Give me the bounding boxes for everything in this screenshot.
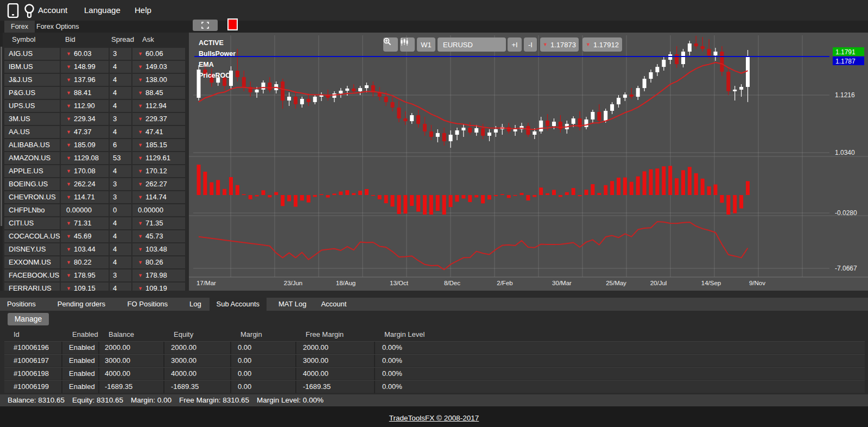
symbol-cell[interactable]: DISNEY.US	[4, 243, 60, 255]
phone-icon[interactable]	[7, 3, 20, 18]
bottom-tab-sub-accounts[interactable]: Sub Accounts	[210, 298, 267, 311]
symbol-cell[interactable]: APPLE.US	[4, 165, 60, 177]
bottom-tab-mat-log[interactable]: MAT Log	[271, 298, 314, 311]
symbol-cell[interactable]: 3M.US	[4, 113, 60, 125]
zoom-in-bars-button[interactable]: +I	[508, 37, 522, 52]
symbol-cell[interactable]: AA.US	[4, 126, 60, 138]
zoom-button[interactable]	[383, 37, 398, 52]
ask-cell[interactable]: ▼149.03	[132, 61, 185, 73]
watchlist-row[interactable]: EXXONM.US▼80.224▼80.26	[4, 256, 185, 268]
watchlist-row[interactable]: CITI.US▼71.314▼71.35	[4, 217, 185, 229]
bottom-tab-log[interactable]: Log	[182, 298, 208, 311]
watchlist-row[interactable]: CHEVRON.US▼114.713▼114.74	[4, 191, 185, 203]
menu-language[interactable]: Language	[84, 5, 121, 15]
ask-cell[interactable]: ▼170.12	[132, 165, 185, 177]
ask-cell[interactable]: ▼1129.61	[132, 152, 185, 164]
symbol-cell[interactable]: BOEING.US	[4, 178, 60, 190]
symbol-cell[interactable]: EXXONM.US	[4, 256, 60, 268]
symbol-select[interactable]: EURUSD	[438, 37, 506, 52]
subaccount-row[interactable]: #10006198Enabled4000.004000.000.004000.0…	[4, 367, 865, 380]
menu-help[interactable]: Help	[135, 5, 151, 15]
bid-cell[interactable]: ▼71.31	[61, 217, 109, 229]
ask-cell[interactable]: ▼229.37	[132, 113, 185, 125]
bid-cell[interactable]: ▼60.03	[61, 48, 109, 60]
watchlist-row[interactable]: CHFPLNbo0.0000000.00000	[4, 204, 185, 216]
ask-cell[interactable]: ▼71.35	[132, 217, 185, 229]
zoom-out-bars-button[interactable]: -I	[524, 37, 537, 52]
ask-cell[interactable]: ▼262.27	[132, 178, 185, 190]
bid-cell[interactable]: ▼137.96	[61, 74, 109, 86]
symbol-cell[interactable]: ALIBABA.US	[4, 139, 60, 151]
ask-cell[interactable]: 0.00000	[132, 204, 185, 216]
watchlist-row[interactable]: UPS.US▼112.904▼112.94	[4, 100, 185, 112]
ask-cell[interactable]: ▼114.74	[132, 191, 185, 203]
bid-cell[interactable]: ▼178.95	[61, 269, 109, 281]
watchlist-row[interactable]: APPLE.US▼170.084▼170.12	[4, 165, 185, 177]
symbol-cell[interactable]: COCACOLA.US	[4, 230, 60, 242]
ask-cell[interactable]: ▼112.94	[132, 100, 185, 112]
subaccount-row[interactable]: #10006196Enabled2000.002000.000.002000.0…	[4, 341, 865, 354]
symbol-cell[interactable]: P&G.US	[4, 87, 60, 99]
watchlist-row[interactable]: BOEING.US▼262.243▼262.27	[4, 178, 185, 190]
bid-cell[interactable]: ▼88.41	[61, 87, 109, 99]
bid-cell[interactable]: ▼185.09	[61, 139, 109, 151]
symbol-cell[interactable]: J&J.US	[4, 74, 60, 86]
fullscreen-button[interactable]	[193, 20, 218, 31]
buy-price-button[interactable]: ▼ 1.17912	[582, 37, 622, 52]
bid-cell[interactable]: 0.00000	[61, 204, 109, 216]
watchlist-row[interactable]: ALIBABA.US▼185.096▼185.15	[4, 139, 185, 151]
watchlist-row[interactable]: 3M.US▼229.343▼229.37	[4, 113, 185, 125]
watchlist-row[interactable]: AMAZON.US▼1129.0853▼1129.61	[4, 152, 185, 164]
chart-color-swatch[interactable]	[227, 18, 238, 30]
symbol-cell[interactable]: CITI.US	[4, 217, 60, 229]
ask-cell[interactable]: ▼88.45	[132, 87, 185, 99]
ask-cell[interactable]: ▼80.26	[132, 256, 185, 268]
timeframe-button[interactable]: W1	[417, 37, 435, 52]
watchlist-row[interactable]: J&J.US▼137.964▼138.00	[4, 74, 185, 86]
bid-cell[interactable]: ▼80.22	[61, 256, 109, 268]
symbol-cell[interactable]: AIG.US	[4, 48, 60, 60]
symbol-cell[interactable]: AMAZON.US	[4, 152, 60, 164]
ask-cell[interactable]: ▼178.98	[132, 269, 185, 281]
bid-cell[interactable]: ▼170.08	[61, 165, 109, 177]
bid-cell[interactable]: ▼103.44	[61, 243, 109, 255]
watchlist-scrollbar[interactable]	[0, 33, 3, 291]
sell-price-button[interactable]: ▼ 1.17873	[540, 37, 579, 52]
bottom-tab-fo-positions[interactable]: FO Positions	[121, 298, 175, 311]
bid-cell[interactable]: ▼229.34	[61, 113, 109, 125]
watchlist-row[interactable]: AA.US▼47.374▼47.41	[4, 126, 185, 138]
bottom-tab-positions[interactable]: Positions	[0, 298, 43, 311]
bottom-tab-pending-orders[interactable]: Pending orders	[50, 298, 112, 311]
bid-cell[interactable]: ▼47.37	[61, 126, 109, 138]
watchlist-row[interactable]: DISNEY.US▼103.444▼103.48	[4, 243, 185, 255]
ask-cell[interactable]: ▼138.00	[132, 74, 185, 86]
ask-cell[interactable]: ▼185.15	[132, 139, 185, 151]
ask-cell[interactable]: ▼45.73	[132, 230, 185, 242]
symbol-cell[interactable]: CHFPLNbo	[4, 204, 60, 216]
chart-type-button[interactable]	[400, 37, 415, 52]
subaccount-row[interactable]: #10006199Enabled-1689.35-1689.350.00-168…	[4, 380, 865, 393]
ask-cell[interactable]: ▼60.06	[132, 48, 185, 60]
tab-forex-options[interactable]: Forex Options	[30, 21, 86, 33]
bid-cell[interactable]: ▼112.90	[61, 100, 109, 112]
menu-account[interactable]: Account	[38, 5, 67, 15]
bid-cell[interactable]: ▼262.24	[61, 178, 109, 190]
watchlist-row[interactable]: AIG.US▼60.033▼60.06	[4, 48, 185, 60]
subaccount-row[interactable]: #10006197Enabled3000.003000.000.003000.0…	[4, 354, 865, 367]
bottom-tab-account[interactable]: Account	[314, 298, 353, 311]
bid-cell[interactable]: ▼1129.08	[61, 152, 109, 164]
chart-area[interactable]: ACTIVE BullsPower EMA PriceROC	[189, 33, 868, 291]
bid-cell[interactable]: ▼148.99	[61, 61, 109, 73]
bulb-icon[interactable]	[23, 3, 36, 18]
brand-link[interactable]: TradeToolsFX © 2008-2017	[389, 414, 479, 422]
watchlist-row[interactable]: P&G.US▼88.414▼88.45	[4, 87, 185, 99]
watchlist-row[interactable]: FACEBOOK.US▼178.953▼178.98	[4, 269, 185, 281]
symbol-cell[interactable]: CHEVRON.US	[4, 191, 60, 203]
candlestick-chart-canvas[interactable]: 1.17911.17871.12161.0340-0.0280-7.066717…	[189, 33, 868, 291]
symbol-cell[interactable]: IBM.US	[4, 61, 60, 73]
symbol-cell[interactable]: FACEBOOK.US	[4, 269, 60, 281]
manage-button[interactable]: Manage	[8, 313, 49, 325]
ask-cell[interactable]: ▼47.41	[132, 126, 185, 138]
ask-cell[interactable]: ▼103.48	[132, 243, 185, 255]
bid-cell[interactable]: ▼114.71	[61, 191, 109, 203]
